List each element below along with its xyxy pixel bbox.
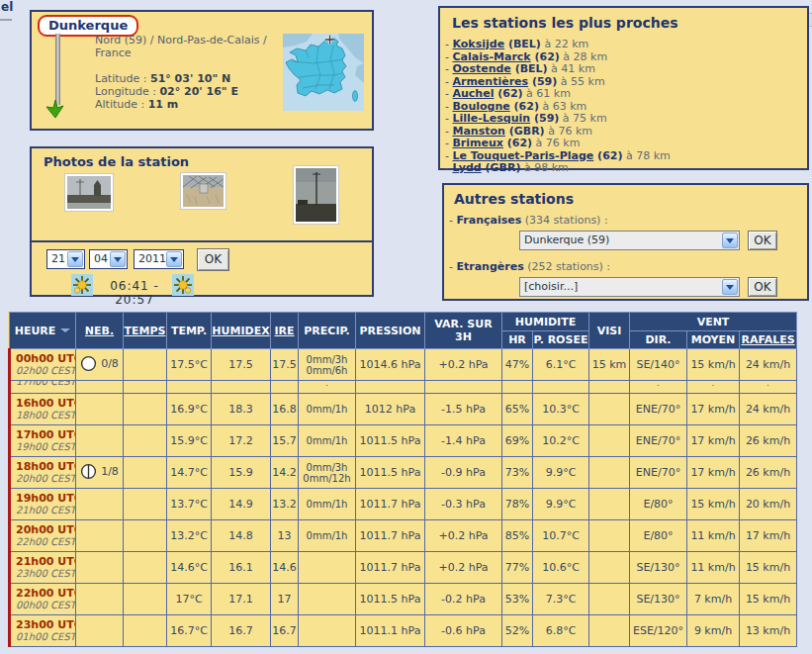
heure-cell: 19h00 UTC21h00 CEST <box>10 489 76 520</box>
ire-header[interactable]: IRE <box>271 313 299 349</box>
hr-cell: 78% <box>502 489 533 520</box>
chevron-down-icon[interactable] <box>166 251 182 267</box>
table-row: 00h00 UTC02h00 CEST0/817.5°C17.517.50mm/… <box>10 349 797 381</box>
dir-cell: SE/130° <box>630 552 687 584</box>
table-row: 18h00 UTC20h00 CEST1/814.7°C15.914.20mm/… <box>10 457 797 489</box>
precip-cell <box>299 615 356 647</box>
temps-cell <box>124 381 167 394</box>
humidex-header[interactable]: HUMIDEX <box>212 313 271 349</box>
station-distance: à 75 km <box>559 112 606 125</box>
rosee-cell: 10.7°C <box>533 520 589 552</box>
neb-value: 1/8 <box>101 465 119 478</box>
moyen-cell: 11 km/h <box>687 552 740 584</box>
neb-cell <box>76 584 124 615</box>
heure-cell: 00h00 UTC02h00 CEST <box>10 349 76 381</box>
chevron-down-icon[interactable] <box>110 251 126 267</box>
dir-cell: ENE/70° <box>630 457 687 489</box>
french-station-select[interactable]: Dunkerque (59) <box>519 231 740 250</box>
dir-header: DIR. <box>630 331 687 349</box>
station-photo-1[interactable] <box>65 174 113 211</box>
table-row: 16h00 UTC18h00 CEST16.9°C18.316.80mm/1h1… <box>10 394 797 425</box>
dir-cell: ENE/70° <box>630 394 687 425</box>
chevron-down-icon[interactable] <box>722 279 738 295</box>
hr-cell: 52% <box>502 615 533 647</box>
ire-cell: 17.5 <box>271 349 299 381</box>
foreign-station-select[interactable]: [choisir...] <box>519 277 740 297</box>
neb-cell: 1/8 <box>76 457 124 489</box>
humidex-cell: 18.3 <box>212 394 271 425</box>
humidex-cell: 17.2 <box>212 425 271 457</box>
day-select[interactable]: 21 <box>46 249 85 269</box>
hr-header: HR <box>502 331 533 349</box>
pression-cell: 1011.7 hPa <box>356 489 425 520</box>
heure-cell: 18h00 UTC20h00 CEST <box>10 457 76 489</box>
var3h-cell: -0.6 hPa <box>425 615 502 647</box>
station-photo-3[interactable] <box>294 166 338 224</box>
table-row: 17h00 UTC19h00 CEST15.9°C17.215.70mm/1h1… <box>10 425 797 457</box>
precip-cell: 0mm/1h <box>299 489 356 520</box>
ire-cell: 15.7 <box>271 425 299 457</box>
moyen-cell: 17 km/h <box>687 394 740 425</box>
hr-cell: 69% <box>502 425 533 457</box>
photos-title: Photos de la station <box>44 154 189 169</box>
rafales-cell: 17 km/h <box>740 520 797 552</box>
rafales-header[interactable]: RAFALES <box>740 331 797 349</box>
moyen-cell: . <box>687 381 740 394</box>
station-distance: à 61 km <box>523 87 571 100</box>
heure-cell: 22h00 UTC00h00 CEST <box>10 584 76 615</box>
rafales-cell: 24 km/h <box>740 394 797 425</box>
neb-cell <box>76 552 124 584</box>
station-link[interactable]: Auchel <box>452 87 494 100</box>
dir-cell: E/80° <box>630 520 687 552</box>
var3h-cell: +0.2 hPa <box>425 552 502 584</box>
heure-sort-header[interactable]: HEURE <box>10 313 76 349</box>
station-distance: à 76 km <box>545 125 592 138</box>
var3h-cell: -0.2 hPa <box>425 584 502 615</box>
station-link[interactable]: Boulogne <box>452 100 509 113</box>
station-link[interactable]: Le Touquet-Paris-Plage <box>452 149 593 162</box>
station-link[interactable]: Armentières <box>452 75 528 88</box>
foreign-station-select-value: [choisir...] <box>520 278 739 295</box>
moyen-cell: 17 km/h <box>687 425 740 457</box>
pression-cell: 1011.1 hPa <box>356 615 425 647</box>
foreign-ok-button[interactable]: OK <box>748 277 777 297</box>
temp-cell: 14.6°C <box>167 552 212 584</box>
year-select[interactable]: 2011 <box>134 249 184 269</box>
station-link[interactable]: Lydd <box>452 161 481 174</box>
station-details: Nord (59) / Nord-Pas-de-Calais / France … <box>95 34 267 111</box>
station-link[interactable]: Manston <box>452 125 504 138</box>
pression-cell: 1012 hPa <box>356 394 425 425</box>
chevron-down-icon[interactable] <box>722 233 738 248</box>
temps-header[interactable]: TEMPS <box>124 313 167 349</box>
neb-cell <box>76 394 124 425</box>
var3h-cell: -1.4 hPa <box>425 425 502 457</box>
station-link[interactable]: Lille-Lesquin <box>452 112 530 125</box>
visi-cell <box>589 425 630 457</box>
station-link[interactable]: Koksijde <box>452 38 504 50</box>
french-ok-button[interactable]: OK <box>748 231 777 250</box>
chevron-down-icon[interactable] <box>67 251 83 267</box>
precip-cell: 0mm/1h <box>299 425 356 457</box>
sunrise-sunset-times: 06:41 - 20:57 <box>99 279 170 307</box>
temp-cell <box>167 381 212 394</box>
ire-cell: 16.8 <box>271 394 299 425</box>
station-link[interactable]: Calais-Marck <box>452 50 530 63</box>
rosee-cell: 9.9°C <box>533 457 589 489</box>
date-ok-button[interactable]: OK <box>197 248 229 271</box>
dir-cell: SE/130° <box>630 584 687 615</box>
page-corner-line <box>0 19 12 21</box>
station-photo-2[interactable] <box>181 173 226 209</box>
station-link[interactable]: Brimeux <box>452 137 502 149</box>
table-row: 21h00 UTC23h00 CEST14.6°C16.114.61011.7 … <box>10 552 797 584</box>
station-link[interactable]: Oostende <box>452 62 510 75</box>
neb-header[interactable]: NEB. <box>76 313 124 349</box>
foreign-stations-label: - Etrangères (252 stations) : <box>449 260 610 273</box>
temp-cell: 15.9°C <box>167 425 212 457</box>
station-distance: à 55 km <box>557 75 604 88</box>
station-code: (59) <box>530 112 559 125</box>
hr-cell <box>502 381 533 394</box>
visi-cell <box>589 381 630 394</box>
var3h-cell <box>425 381 502 394</box>
month-select[interactable]: 04 <box>89 249 128 269</box>
dir-cell: ENE/70° <box>630 425 687 457</box>
